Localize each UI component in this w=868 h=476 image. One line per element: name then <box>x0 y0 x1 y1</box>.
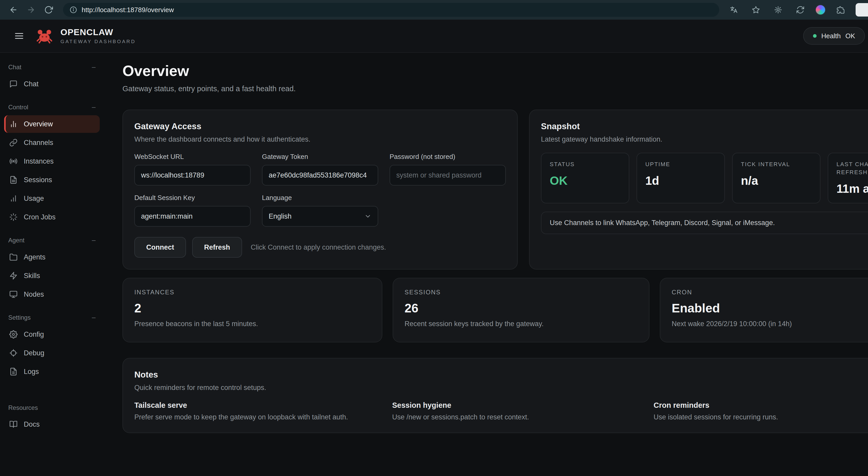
connect-hint: Click Connect to apply connection change… <box>251 243 386 251</box>
info-icon <box>70 6 77 13</box>
sidebar-item-config[interactable]: Config <box>4 326 100 343</box>
collapse-icon[interactable]: – <box>92 63 96 71</box>
puzzle-icon[interactable] <box>833 3 848 17</box>
sidebar-item-docs[interactable]: Docs <box>4 416 100 433</box>
brand: OPENCLAW GATEWAY DASHBOARD <box>60 27 136 44</box>
sidebar-item-skills[interactable]: Skills <box>4 267 100 285</box>
cron-value: Enabled <box>672 301 868 315</box>
health-status-dot <box>813 34 816 38</box>
document-icon <box>9 176 18 184</box>
section-header-chat: Chat – <box>0 59 104 74</box>
refresh-icon[interactable] <box>41 3 56 17</box>
instances-value: 2 <box>134 301 370 315</box>
sidebar: Chat – Chat Control – Overview Channels <box>0 53 104 476</box>
note-session-hygiene: Session hygiene Use /new or sessions.pat… <box>392 401 654 421</box>
status-value: OK <box>550 174 621 188</box>
sidebar-item-instances[interactable]: Instances <box>4 152 100 170</box>
password-input[interactable] <box>390 165 506 185</box>
snapshot-card: Snapshot Latest gateway handshake inform… <box>529 110 868 270</box>
notes-title: Notes <box>134 370 868 380</box>
zap-icon <box>9 272 18 280</box>
health-label: Health <box>821 32 841 40</box>
channels-hint: Use Channels to link WhatsApp, Telegram,… <box>541 212 868 234</box>
sidebar-section-resources: Resources Docs <box>0 400 104 433</box>
sessions-card: SESSIONS 26 Recent session keys tracked … <box>393 278 649 343</box>
brand-subtitle: GATEWAY DASHBOARD <box>60 39 136 44</box>
collapse-icon[interactable]: – <box>92 314 96 322</box>
star-icon[interactable] <box>749 3 763 17</box>
sidebar-item-sessions[interactable]: Sessions <box>4 171 100 189</box>
section-header-control: Control – <box>0 99 104 114</box>
profile-avatar[interactable] <box>815 5 826 15</box>
sidebar-item-usage[interactable]: Usage <box>4 190 100 207</box>
gateway-token-label: Gateway Token <box>262 153 378 161</box>
sync-icon[interactable] <box>793 3 808 17</box>
language-group: Language English <box>262 194 378 227</box>
link-icon <box>9 139 18 147</box>
gateway-access-title: Gateway Access <box>134 121 506 131</box>
translate-icon[interactable] <box>726 3 741 17</box>
gateway-access-card: Gateway Access Where the dashboard conne… <box>122 110 518 270</box>
cron-card: CRON Enabled Next wake 2026/2/19 10:00:0… <box>660 278 868 343</box>
snapshot-subtitle: Latest gateway handshake information. <box>541 136 868 143</box>
extensions-gear-icon[interactable] <box>771 3 785 17</box>
websocket-url-input[interactable] <box>134 165 251 185</box>
sidebar-item-debug[interactable]: Debug <box>4 344 100 362</box>
monitor-icon <box>9 290 18 298</box>
websocket-url-group: WebSocket URL <box>134 153 251 185</box>
section-header-agent: Agent – <box>0 232 104 247</box>
brand-title: OPENCLAW <box>60 27 136 37</box>
target-icon <box>9 349 18 357</box>
sidebar-item-cron-jobs[interactable]: Cron Jobs <box>4 208 100 226</box>
connect-button[interactable]: Connect <box>134 237 186 258</box>
note-cron-reminders: Cron reminders Use isolated sessions for… <box>654 401 868 421</box>
password-group: Password (not stored) <box>390 153 506 185</box>
password-label: Password (not stored) <box>390 153 506 161</box>
section-header-resources: Resources <box>0 400 104 415</box>
session-key-input[interactable] <box>134 206 251 227</box>
browser-profile-chip[interactable] <box>856 3 868 17</box>
browser-actions <box>726 3 862 17</box>
main-content: Overview Gateway status, entry points, a… <box>104 53 868 476</box>
back-icon[interactable] <box>6 3 21 17</box>
health-badge: Health OK <box>803 27 865 45</box>
uptime-value: 1d <box>645 174 716 188</box>
folder-icon <box>9 253 18 261</box>
sidebar-item-chat[interactable]: Chat <box>4 75 100 93</box>
sidebar-item-logs[interactable]: Logs <box>4 363 100 380</box>
section-header-settings: Settings – <box>0 309 104 325</box>
chevron-down-icon <box>364 213 371 220</box>
sidebar-section-chat: Chat – Chat <box>0 59 104 93</box>
instances-card: INSTANCES 2 Presence beacons in the last… <box>122 278 382 343</box>
notes-subtitle: Quick reminders for remote control setup… <box>134 384 868 392</box>
refresh-button[interactable]: Refresh <box>192 237 242 258</box>
sidebar-section-control: Control – Overview Channels Instances Se… <box>0 99 104 226</box>
sidebar-item-channels[interactable]: Channels <box>4 134 100 151</box>
app-header: OPENCLAW GATEWAY DASHBOARD Health OK <box>0 20 868 53</box>
crab-logo-icon <box>35 27 54 45</box>
menu-icon[interactable] <box>11 28 27 44</box>
last-refresh-value: 11m ago <box>836 182 868 196</box>
sidebar-item-overview[interactable]: Overview <box>4 115 100 133</box>
collapse-icon[interactable]: – <box>92 236 96 244</box>
language-select[interactable]: English <box>262 206 378 227</box>
url-bar[interactable]: http://localhost:18789/overview <box>63 3 719 17</box>
gateway-token-group: Gateway Token <box>262 153 378 185</box>
gateway-token-input[interactable] <box>262 165 378 185</box>
tick-interval-tile: TICK INTERVAL n/a <box>732 153 820 203</box>
page-title: Overview <box>122 62 868 79</box>
sessions-value: 26 <box>405 301 638 315</box>
notes-card: Notes Quick reminders for remote control… <box>122 358 868 433</box>
sidebar-item-nodes[interactable]: Nodes <box>4 286 100 303</box>
websocket-url-label: WebSocket URL <box>134 153 251 161</box>
forward-icon[interactable] <box>24 3 38 17</box>
tick-interval-value: n/a <box>741 174 812 188</box>
sidebar-section-agent: Agent – Agents Skills Nodes <box>0 232 104 303</box>
snapshot-title: Snapshot <box>541 121 868 131</box>
bar-chart-icon <box>9 120 18 128</box>
chat-icon <box>9 80 18 88</box>
sidebar-item-agents[interactable]: Agents <box>4 248 100 266</box>
status-tile: STATUS OK <box>541 153 629 203</box>
collapse-icon[interactable]: – <box>92 103 96 111</box>
session-key-group: Default Session Key <box>134 194 251 227</box>
